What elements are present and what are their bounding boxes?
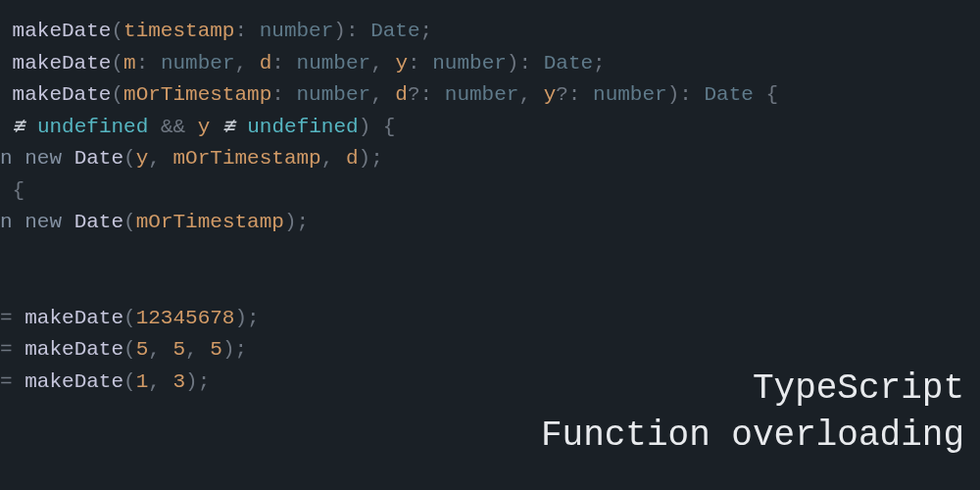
code-token: , — [148, 147, 161, 170]
code-token: number — [445, 83, 519, 106]
code-token — [359, 20, 371, 42]
code-token: ; — [235, 338, 248, 361]
code-token — [0, 116, 13, 138]
code-token — [62, 147, 74, 170]
code-token — [185, 116, 198, 138]
code-line: = makeDate(5, 5, 5); — [0, 334, 980, 367]
code-token: : — [234, 20, 247, 42]
code-token: ) — [222, 338, 235, 361]
code-token: : — [408, 52, 420, 74]
code-token: ; — [198, 370, 211, 393]
code-token: undefined — [37, 116, 148, 138]
code-token: ) — [234, 307, 247, 329]
code-token: makeDate — [13, 52, 112, 74]
code-token: n — [0, 211, 24, 233]
code-token: number — [432, 52, 507, 74]
code-token: m — [123, 52, 136, 74]
code-token: new — [24, 211, 62, 233]
code-line: makeDate(timestamp: number): Date; — [0, 16, 980, 48]
code-token: Date — [370, 20, 419, 42]
code-token: 5 — [136, 338, 149, 361]
code-token: : — [346, 20, 359, 42]
code-token: 1 — [136, 370, 149, 393]
code-token: ) — [359, 147, 371, 170]
title-line-1: TypeScript — [541, 366, 964, 414]
code-token — [0, 20, 13, 42]
code-token — [420, 52, 433, 74]
code-line: makeDate(m: number, d: number, y: number… — [0, 48, 980, 80]
code-token: number — [593, 83, 667, 106]
code-token: ) — [359, 116, 371, 138]
code-token — [161, 338, 173, 361]
code-token: ) — [284, 211, 297, 233]
code-line — [0, 239, 980, 271]
code-token: makeDate — [13, 83, 112, 106]
code-token: number — [161, 52, 235, 74]
code-token: timestamp — [123, 20, 234, 42]
code-token: d — [346, 147, 359, 170]
code-line: n new Date(y, mOrTimestamp, d); — [0, 143, 980, 175]
code-token: mOrTimestamp — [123, 83, 271, 106]
code-token: && — [161, 116, 185, 138]
code-token: makeDate — [24, 307, 123, 329]
code-token: makeDate — [24, 370, 123, 393]
code-token: ?: — [408, 83, 432, 106]
code-token: ( — [123, 211, 136, 233]
code-token: , — [370, 52, 383, 74]
code-token: : — [136, 52, 149, 74]
code-token — [383, 52, 396, 74]
code-token: , — [235, 52, 248, 74]
code-token: 5 — [172, 338, 185, 361]
code-token — [0, 83, 13, 106]
code-token — [531, 52, 544, 74]
code-token: number — [297, 83, 371, 106]
code-token: makeDate — [24, 338, 123, 361]
code-token: : — [518, 52, 531, 74]
code-token: Date — [705, 83, 754, 106]
code-token: : — [679, 83, 692, 106]
code-token — [284, 83, 297, 106]
code-token: ( — [123, 307, 136, 329]
code-token: ?: — [556, 83, 580, 106]
code-token — [531, 83, 544, 106]
code-token: d — [260, 52, 272, 74]
code-token: ( — [123, 370, 136, 393]
code-token: n — [0, 147, 24, 170]
code-token: = — [0, 338, 24, 361]
title-line-2: Function overloading — [541, 413, 964, 461]
code-token: : — [271, 52, 284, 74]
code-token — [432, 83, 445, 106]
code-token — [161, 147, 173, 170]
code-token: Date — [74, 147, 123, 170]
code-token — [148, 52, 161, 74]
code-line — [0, 270, 980, 303]
code-token — [0, 243, 13, 266]
code-token: ≢ — [13, 116, 25, 138]
code-token — [333, 147, 346, 170]
code-token — [0, 52, 13, 74]
code-block: makeDate(timestamp: number): Date; makeD… — [0, 0, 980, 399]
code-token: new — [24, 147, 62, 170]
code-token — [247, 52, 260, 74]
code-token: ; — [370, 147, 383, 170]
code-token: makeDate — [13, 20, 112, 42]
code-token: ; — [247, 307, 260, 329]
code-token — [247, 20, 260, 42]
code-token: ; — [297, 211, 310, 233]
code-token: 3 — [172, 370, 185, 393]
code-token: ( — [123, 338, 136, 361]
code-token — [692, 83, 705, 106]
code-token: { — [0, 179, 24, 202]
code-line: ≢ undefined && y ≢ undefined) { — [0, 112, 980, 144]
code-token — [235, 116, 248, 138]
code-token: ) — [507, 52, 519, 74]
code-line: makeDate(mOrTimestamp: number, d?: numbe… — [0, 79, 980, 112]
code-token: ) — [667, 83, 680, 106]
code-token: Date — [544, 52, 593, 74]
code-token: , — [518, 83, 531, 106]
code-token: ≢ — [222, 116, 235, 138]
code-token: number — [297, 52, 371, 74]
code-token: 5 — [210, 338, 222, 361]
code-token: undefined — [247, 116, 358, 138]
code-token: , — [185, 338, 198, 361]
